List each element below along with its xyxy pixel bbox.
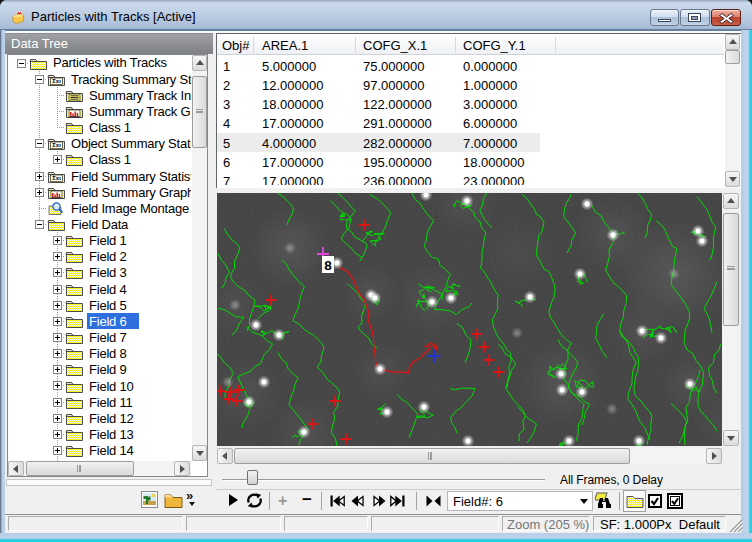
svg-text:Σxı: Σxı: [52, 143, 61, 149]
svg-text:Σxı: Σxı: [52, 175, 61, 181]
svg-text:8: 8: [324, 258, 332, 273]
svg-text:Σxı: Σxı: [52, 78, 61, 84]
